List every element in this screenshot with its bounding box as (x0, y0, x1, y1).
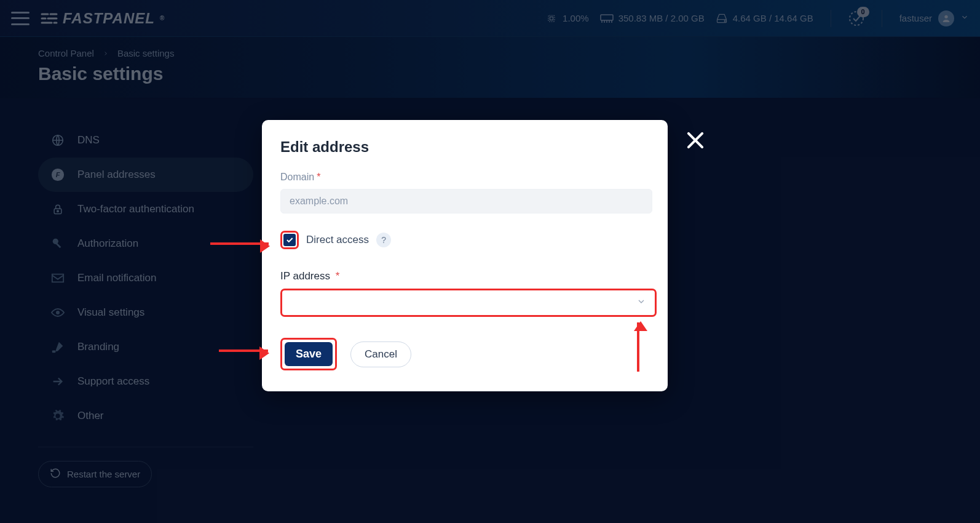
ip-address-select[interactable] (280, 289, 657, 317)
save-button[interactable]: Save (285, 342, 333, 366)
annotation-arrow (219, 349, 268, 352)
domain-input (280, 189, 652, 214)
modal-title: Edit address (280, 138, 649, 156)
edit-address-modal: Edit address Domain* Direct access ? IP … (262, 120, 668, 391)
help-icon[interactable]: ? (376, 233, 391, 247)
annotation-arrow (210, 242, 269, 245)
chevron-down-icon (636, 297, 646, 309)
ip-address-label: IP address * (280, 270, 649, 282)
direct-access-checkbox[interactable] (280, 231, 299, 249)
direct-access-label: Direct access (306, 234, 369, 246)
save-highlight: Save (280, 338, 337, 370)
annotation-arrow (637, 322, 639, 372)
cancel-button[interactable]: Cancel (350, 341, 411, 367)
close-modal-button[interactable] (684, 129, 707, 152)
domain-label: Domain* (280, 172, 649, 183)
